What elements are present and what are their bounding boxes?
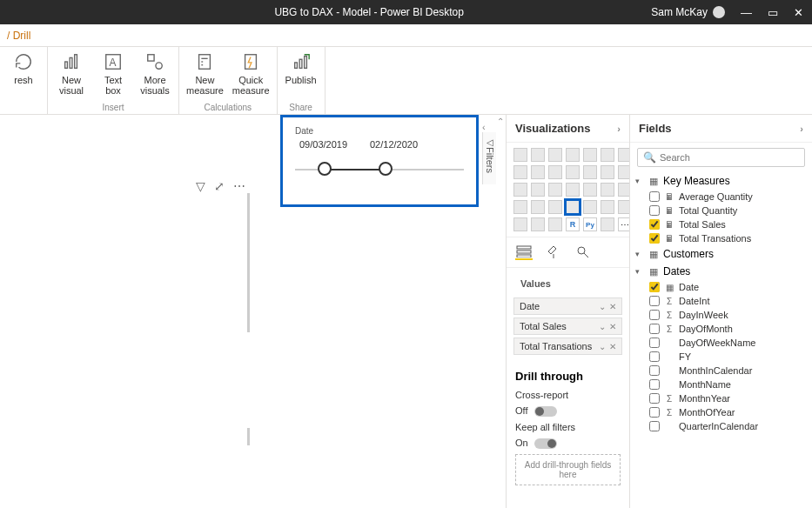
field-checkbox[interactable] <box>649 219 660 230</box>
maximize-button[interactable]: ▭ <box>768 6 778 19</box>
field-checkbox[interactable] <box>649 407 660 418</box>
viz-type-icon[interactable] <box>531 200 545 214</box>
viz-type-icon[interactable] <box>583 165 597 179</box>
field-checkbox[interactable] <box>649 191 660 202</box>
viz-type-py-icon[interactable]: Py <box>583 217 597 231</box>
fields-pane-header[interactable]: Fields › <box>630 115 812 143</box>
viz-type-icon[interactable] <box>531 148 545 162</box>
chevron-down-icon[interactable]: ⌄ <box>599 342 606 351</box>
date-slicer-visual[interactable]: Date 09/03/2019 02/12/2020 <box>280 115 479 207</box>
viz-type-icon[interactable] <box>601 217 614 231</box>
remove-icon[interactable]: ✕ <box>609 342 616 351</box>
minimize-button[interactable]: — <box>741 6 752 19</box>
field-item[interactable]: ΣDateInt <box>635 294 807 308</box>
field-item[interactable]: ▦Date <box>635 280 807 294</box>
format-tab-icon[interactable] <box>545 244 562 260</box>
viz-type-icon[interactable] <box>531 217 545 231</box>
fields-tab-icon[interactable] <box>515 244 533 260</box>
field-item[interactable]: FY <box>635 350 807 364</box>
viz-type-table-icon[interactable] <box>566 200 580 214</box>
viz-type-icon[interactable] <box>583 200 597 214</box>
field-item[interactable]: ΣDayInWeek <box>635 308 807 322</box>
report-canvas[interactable]: ⌃ ▽ ⤢ ⋯ Date 09/03/2019 02/12/2020 ‹ <box>0 115 506 508</box>
scrollbar[interactable] <box>247 428 250 445</box>
field-item[interactable]: 🖩Average Quantity <box>635 190 807 204</box>
viz-type-icon[interactable] <box>513 183 527 197</box>
viz-type-icon[interactable] <box>531 183 545 197</box>
field-checkbox[interactable] <box>649 296 660 306</box>
field-checkbox[interactable] <box>649 421 660 431</box>
field-checkbox[interactable] <box>649 379 660 390</box>
field-item[interactable]: MonthName <box>635 378 807 391</box>
field-item[interactable]: MonthInCalendar <box>635 364 807 378</box>
field-checkbox[interactable] <box>649 393 660 404</box>
focus-icon[interactable]: ⤢ <box>214 179 225 193</box>
close-button[interactable]: ✕ <box>794 6 803 19</box>
field-item[interactable]: 🖩Total Sales <box>635 217 807 231</box>
field-item[interactable]: ΣMonthOfYear <box>635 405 807 419</box>
publish-button[interactable]: Publish <box>285 50 318 85</box>
viz-type-icon[interactable] <box>601 148 614 162</box>
more-icon[interactable]: ⋯ <box>233 179 245 193</box>
chevron-right-icon[interactable]: › <box>617 124 621 134</box>
viz-type-icon[interactable] <box>601 183 614 197</box>
table-customers[interactable]: ▾ ▦ Customers <box>635 245 807 263</box>
value-field-total-sales[interactable]: Total Sales ⌄ ✕ <box>513 318 622 335</box>
field-checkbox[interactable] <box>649 324 660 334</box>
field-checkbox[interactable] <box>649 282 660 292</box>
viz-type-icon[interactable] <box>583 148 597 162</box>
viz-type-icon[interactable] <box>531 165 545 179</box>
slider-thumb-start[interactable] <box>318 162 332 176</box>
refresh-button[interactable]: resh <box>7 50 40 85</box>
field-checkbox[interactable] <box>649 338 660 348</box>
text-box-button[interactable]: A Text box <box>97 50 130 96</box>
viz-type-r-icon[interactable]: R <box>566 217 580 231</box>
viz-type-icon[interactable] <box>513 148 527 162</box>
scrollbar[interactable] <box>247 193 250 332</box>
viz-type-icon[interactable] <box>513 217 527 231</box>
field-checkbox[interactable] <box>649 310 660 320</box>
viz-type-icon[interactable] <box>548 200 562 214</box>
field-checkbox[interactable] <box>649 205 660 216</box>
quick-measure-button[interactable]: Quick measure <box>232 50 270 96</box>
viz-type-icon[interactable] <box>513 200 527 214</box>
table-dates[interactable]: ▾ ▦ Dates <box>635 263 807 280</box>
slicer-track[interactable] <box>295 160 464 181</box>
drill-fields-dropzone[interactable]: Add drill-through fields here <box>515 454 621 485</box>
field-item[interactable]: DayOfWeekName <box>635 336 807 350</box>
field-item[interactable]: ΣDayOfMonth <box>635 322 807 336</box>
field-checkbox[interactable] <box>649 365 660 376</box>
field-item[interactable]: 🖩Total Quantity <box>635 204 807 217</box>
slicer-end-date[interactable]: 02/12/2020 <box>366 139 422 150</box>
user-account[interactable]: Sam McKay <box>651 6 725 18</box>
fields-search[interactable]: 🔍 <box>637 148 805 167</box>
viz-type-icon[interactable] <box>601 200 614 214</box>
viz-pane-header[interactable]: Visualizations › <box>507 115 629 143</box>
field-item[interactable]: ΣMonthnYear <box>635 391 807 405</box>
more-visuals-button[interactable]: More visuals <box>138 50 171 96</box>
filter-icon[interactable]: ▽ <box>196 179 205 193</box>
new-measure-button[interactable]: New measure <box>186 50 224 96</box>
viz-type-icon[interactable] <box>548 217 562 231</box>
filters-pane-tab[interactable]: ◁ Filters <box>482 132 496 184</box>
value-field-total-transactions[interactable]: Total Transations ⌄ ✕ <box>513 338 622 355</box>
viz-type-icon[interactable] <box>601 165 614 179</box>
collapse-panes-icon[interactable]: ⌃ <box>497 117 504 126</box>
field-checkbox[interactable] <box>649 351 660 362</box>
value-field-date[interactable]: Date ⌄ ✕ <box>513 297 622 315</box>
table-key-measures[interactable]: ▾ ▦ Key Measures <box>635 172 807 190</box>
slider-thumb-end[interactable] <box>379 162 393 176</box>
cross-report-toggle[interactable] <box>534 406 557 417</box>
viz-type-icon[interactable] <box>566 183 580 197</box>
search-input[interactable] <box>660 152 799 163</box>
viz-type-icon[interactable] <box>548 165 562 179</box>
viz-type-icon[interactable] <box>566 165 580 179</box>
chevron-down-icon[interactable]: ⌄ <box>599 322 606 331</box>
breadcrumb-path[interactable]: / Drill <box>7 30 30 42</box>
keep-filters-toggle[interactable] <box>534 438 557 449</box>
field-item[interactable]: 🖩Total Transations <box>635 231 807 245</box>
viz-type-icon[interactable] <box>548 183 562 197</box>
field-item[interactable]: QuarterInCalendar <box>635 419 807 433</box>
chevron-down-icon[interactable]: ⌄ <box>599 302 606 311</box>
viz-type-icon[interactable] <box>583 183 597 197</box>
